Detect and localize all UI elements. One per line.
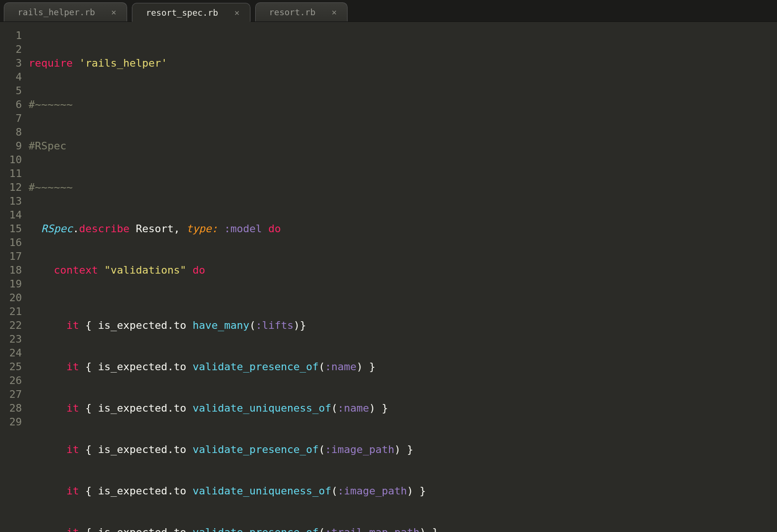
line-number: 8	[0, 125, 22, 139]
code-line[interactable]: it { is_expected.to have_many(:lifts)}	[29, 318, 777, 332]
code-line[interactable]: require 'rails_helper'	[29, 56, 777, 70]
identifier: is_expected	[98, 319, 168, 331]
line-number: 12	[0, 180, 22, 194]
tab-bar: rails_helper.rb × resort_spec.rb × resor…	[0, 0, 777, 22]
line-number: 16	[0, 236, 22, 249]
code-line[interactable]: RSpec.describe Resort, type: :model do	[29, 222, 777, 236]
dot: .	[73, 223, 79, 235]
code-content[interactable]: require 'rails_helper' #~~~~~~ #RSpec #~…	[29, 29, 777, 532]
method-call: validate_presence_of	[192, 526, 319, 532]
code-line[interactable]: it { is_expected.to validate_presence_of…	[29, 525, 777, 532]
method-call: validate_presence_of	[192, 361, 319, 373]
symbol: :trail_map_path	[325, 526, 420, 532]
comment: #~~~~~~	[29, 99, 73, 110]
string-literal: 'rails_helper'	[79, 57, 167, 69]
line-number: 2	[0, 42, 22, 56]
line-number: 18	[0, 263, 22, 277]
line-number: 4	[0, 70, 22, 84]
symbol: :image_path	[338, 485, 407, 497]
constant-rspec: RSpec	[41, 223, 73, 235]
line-number: 19	[0, 277, 22, 291]
symbol: :model	[224, 223, 262, 235]
method-call: validate_uniqueness_of	[192, 485, 331, 497]
method-call: validate_presence_of	[192, 443, 319, 455]
tab-label: resort_spec.rb	[146, 8, 218, 18]
line-number: 11	[0, 167, 22, 180]
keyword-it: it	[66, 361, 79, 373]
code-line[interactable]: it { is_expected.to validate_presence_of…	[29, 443, 777, 456]
class-name: Resort	[136, 223, 173, 235]
tab-resort[interactable]: resort.rb ×	[255, 2, 348, 21]
method-call: validate_uniqueness_of	[192, 402, 331, 414]
line-number: 20	[0, 291, 22, 305]
line-number: 28	[0, 401, 22, 415]
line-number: 26	[0, 374, 22, 387]
symbol: :image_path	[325, 443, 395, 455]
method-describe: describe	[79, 223, 130, 235]
symbol: :name	[338, 402, 369, 414]
line-number: 15	[0, 222, 22, 236]
keyword-it: it	[66, 443, 79, 455]
code-line[interactable]: #~~~~~~	[29, 98, 777, 111]
line-number-gutter: 1234567891011121314151617181920212223242…	[0, 29, 29, 532]
code-line[interactable]: context "validations" do	[29, 263, 777, 277]
line-number: 6	[0, 98, 22, 111]
method-call: have_many	[192, 319, 249, 331]
tab-label: rails_helper.rb	[18, 7, 95, 17]
line-number: 9	[0, 139, 22, 153]
code-line[interactable]: it { is_expected.to validate_uniqueness_…	[29, 484, 777, 498]
line-number: 3	[0, 56, 22, 70]
line-number: 29	[0, 415, 22, 429]
kwarg-type: type:	[186, 223, 218, 235]
close-icon[interactable]: ×	[332, 7, 337, 17]
line-number: 5	[0, 84, 22, 98]
line-number: 23	[0, 332, 22, 346]
symbol: :name	[325, 361, 357, 373]
close-icon[interactable]: ×	[234, 8, 239, 18]
code-line[interactable]: #RSpec	[29, 139, 777, 153]
symbol: :lifts	[256, 319, 293, 331]
tab-label: resort.rb	[269, 7, 316, 17]
tab-rails-helper[interactable]: rails_helper.rb ×	[4, 2, 127, 21]
comment: #RSpec	[29, 140, 66, 152]
keyword-it: it	[66, 526, 79, 532]
comment: #~~~~~~	[29, 181, 73, 193]
tab-resort-spec[interactable]: resort_spec.rb ×	[132, 3, 250, 22]
code-editor: rails_helper.rb × resort_spec.rb × resor…	[0, 0, 777, 532]
line-number: 24	[0, 346, 22, 360]
line-number: 25	[0, 360, 22, 374]
line-number: 10	[0, 153, 22, 167]
line-number: 13	[0, 194, 22, 208]
line-number: 22	[0, 318, 22, 332]
keyword-do: do	[268, 223, 281, 235]
keyword-do: do	[192, 264, 205, 276]
code-line[interactable]: it { is_expected.to validate_presence_of…	[29, 360, 777, 374]
line-number: 7	[0, 111, 22, 125]
code-line[interactable]: it { is_expected.to validate_uniqueness_…	[29, 401, 777, 415]
string-literal: "validations"	[104, 264, 186, 276]
line-number: 21	[0, 305, 22, 318]
keyword-context: context	[54, 264, 98, 276]
line-number: 14	[0, 208, 22, 222]
keyword-it: it	[66, 319, 79, 331]
line-number: 1	[0, 29, 22, 42]
keyword-require: require	[29, 57, 73, 69]
close-icon[interactable]: ×	[111, 7, 117, 17]
code-line[interactable]: #~~~~~~	[29, 180, 777, 194]
keyword-it: it	[66, 485, 79, 497]
identifier: to	[174, 319, 187, 331]
keyword-it: it	[66, 402, 79, 414]
code-area[interactable]: 1234567891011121314151617181920212223242…	[0, 22, 777, 532]
line-number: 17	[0, 249, 22, 263]
line-number: 27	[0, 387, 22, 401]
